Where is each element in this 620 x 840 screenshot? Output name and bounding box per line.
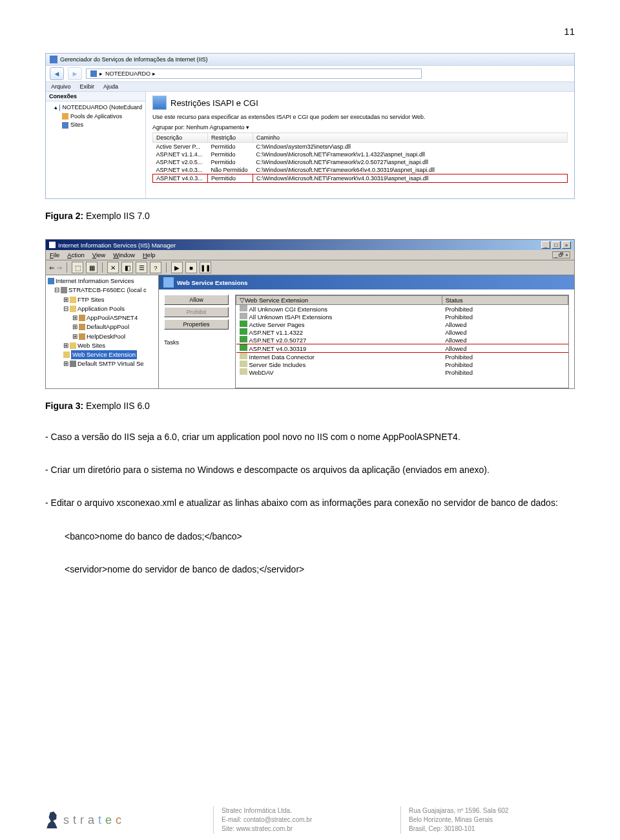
toolbar-button[interactable]: ⬚ [72,262,83,273]
tree-apppools[interactable]: Pools de Aplicativos [49,112,142,121]
tree-wse[interactable]: Web Service Extension [48,350,156,359]
wse-list: ▽Web Service ExtensionStatus All Unknown… [235,295,569,388]
allowed-icon [240,344,247,351]
page-number: 11 [45,26,575,37]
prohibit-button[interactable]: Prohibit [164,307,229,317]
tree-apppool-item[interactable]: ⊞DefaultAppPool [48,322,156,331]
breadcrumb-text: NOTEEDUARDO ▸ [105,70,156,77]
list-item[interactable]: Server Side IncludesProhibited [236,361,568,368]
iis-icon [49,242,56,248]
tree-websites[interactable]: ⊞Web Sites [48,341,156,350]
menu-arquivo[interactable]: Arquivo [51,83,71,90]
nav-forward-icon[interactable]: ⇒ [57,264,62,271]
table-row[interactable]: ASP.NET v1.1.4...PermitidoC:\Windows\Mic… [153,151,568,158]
chevron-down-icon[interactable]: ▾ [246,124,249,131]
table-row[interactable]: Active Server P...PermitidoC:\Windows\sy… [153,143,568,151]
menubar-iis6: File Action View Window Help _ 🗗 × [46,250,574,260]
toolbar-button[interactable]: ◧ [121,262,133,273]
isapi-icon [152,96,167,110]
logo: stratec [45,806,200,834]
breadcrumb[interactable]: ▸ NOTEEDUARDO ▸ [86,68,422,79]
window-title-bar[interactable]: Gerenciador do Serviços de Informações d… [46,54,574,65]
list-item[interactable]: Internet Data ConnectorProhibited [236,353,568,361]
connections-header: Conexões [46,92,145,101]
paragraph: - Editar o arquivo xsconexao.xml e atual… [45,495,575,511]
nav-back-icon[interactable]: ⇐ [49,264,54,271]
footer-contact: Stratec Informática Ltda. E-mail: contat… [213,806,388,834]
iis-icon [50,56,57,63]
paragraph: - Criar um diretório para o sistema no W… [45,462,575,478]
menu-action[interactable]: Action [67,251,84,258]
groupby-value[interactable]: Nenhum Agrupamento [187,124,245,131]
doc-icon [240,361,247,367]
list-item[interactable]: Active Server PagesAllowed [236,320,568,328]
doc-icon [240,368,247,375]
play-button[interactable]: ▶ [171,262,183,273]
stop-button[interactable]: ■ [185,262,197,273]
window-title-bar-iis6[interactable]: Internet Information Services (IIS) Mana… [46,240,574,250]
allowed-icon [240,336,247,342]
pane-description: Use este recurso para especificar as ext… [152,114,568,120]
figure-iis6: Internet Information Services (IIS) Mana… [45,239,575,389]
tree-smtp[interactable]: ⊞Default SMTP Virtual Se [48,359,156,368]
maximize-button[interactable]: □ [552,241,561,249]
properties-button[interactable]: Properties [164,319,229,330]
forward-button[interactable]: ► [68,67,82,80]
list-item[interactable]: WebDAVProhibited [236,368,568,376]
toolbar-button[interactable]: ☰ [136,262,147,273]
tree-ftp[interactable]: ⊞FTP Sites [48,295,156,304]
window-title: Gerenciador do Serviços de Informações d… [60,56,208,63]
toolbar-button[interactable]: ? [150,262,161,273]
table-row[interactable]: ASP.NET v4.0.3...Não PermitidoC:\Windows… [153,166,568,174]
code-line: <banco>nome do banco de dados;</banco> [45,529,575,545]
table-row[interactable]: ASP.NET v2.0.5...PermitidoC:\Windows\Mic… [153,158,568,166]
mail-icon [70,361,76,367]
list-item[interactable]: All Unknown ISAPI ExtensionsProhibited [236,313,568,320]
col-descricao[interactable]: Descrição [153,133,208,143]
pane-title: Restrições ISAPI e CGI [152,96,568,110]
tree-server[interactable]: ⊟STRATECB-F650EC (local c [48,286,156,295]
menu-window[interactable]: Window [113,251,135,258]
tree-apppool-item[interactable]: ⊞HelpDeskPool [48,332,156,341]
table-row-highlighted[interactable]: ASP.NET v4.0.3...PermitidoC:\Windows\Mic… [153,174,568,183]
list-item[interactable]: ASP.NET v1.1.4322Allowed [236,328,568,336]
menu-help[interactable]: Help [143,251,156,258]
toolbar-button[interactable]: ▦ [86,262,98,273]
footer-address: Rua Guajajaras, nº 1596. Sala 602 Belo H… [400,806,575,834]
toolbar-button[interactable]: ✕ [107,262,119,273]
tree-apppools[interactable]: ⊟Application Pools [48,304,156,313]
col-extension[interactable]: ▽Web Service Extension [236,296,442,305]
footer: stratec Stratec Informática Ltda. E-mail… [0,806,620,834]
close-button[interactable]: × [562,241,571,249]
tree-server[interactable]: ▴NOTEEDUARDO (NoteEduard [49,103,142,112]
col-restricao[interactable]: Restrição [208,133,253,143]
minimize-button[interactable]: _ [541,241,550,249]
menu-ajuda[interactable]: Ajuda [103,83,118,90]
col-caminho[interactable]: Caminho [253,133,568,143]
folder-icon [62,113,68,120]
list-item[interactable]: All Unknown CGI ExtensionsProhibited [236,305,568,313]
server-icon [90,70,97,77]
toolbar-iis6: ⇐ ⇒ ⬚ ▦ ✕ ◧ ☰ ? ▶ ■ ❚❚ [46,260,574,275]
col-status[interactable]: Status [442,296,568,305]
menu-file[interactable]: File [50,251,59,258]
allow-button[interactable]: Allow [164,295,229,305]
gear-icon [79,324,85,330]
tree-root[interactable]: Internet Information Services [48,277,156,286]
menu-view[interactable]: View [92,251,105,258]
menu-exibir[interactable]: Exibir [80,83,95,90]
filter-icon [240,313,247,319]
back-button[interactable]: ◄ [50,67,64,80]
doc-icon [240,353,247,359]
breadcrumb-sep: ▸ [99,70,103,77]
paragraph: - Caso a versão do IIS seja a 6.0, criar… [45,429,575,445]
list-item[interactable]: ASP.NET v2.0.50727Allowed [236,336,568,344]
pause-button[interactable]: ❚❚ [200,262,211,273]
tree-sites[interactable]: Sites [49,121,142,130]
wse-header: Web Service Extensions [159,275,574,289]
restore-button[interactable]: _ 🗗 × [552,251,570,258]
tree-apppool-item[interactable]: ⊞AppPoolASPNET4 [48,313,156,322]
list-item-highlighted[interactable]: ASP.NET v4.0.30319Allowed [236,344,568,353]
knight-icon [45,812,59,828]
allowed-icon [240,328,247,335]
